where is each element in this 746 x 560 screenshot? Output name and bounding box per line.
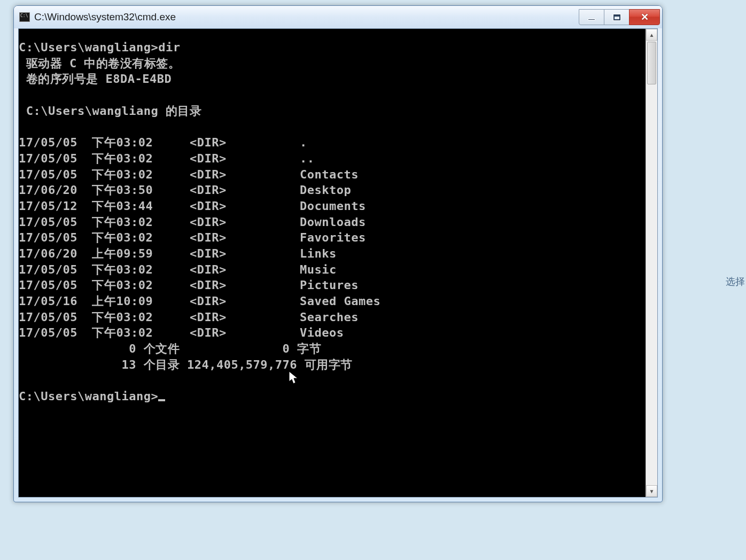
client-area: C:\Users\wangliang>dir 驱动器 C 中的卷没有标签。 卷的… [18, 28, 658, 497]
titlebar[interactable]: C:\Windows\system32\cmd.exe ✕ [14, 6, 662, 28]
cmd-icon [19, 12, 30, 22]
scroll-down-button[interactable]: ▼ [646, 485, 657, 497]
window-title: C:\Windows\system32\cmd.exe [34, 11, 579, 23]
background-text: 选择 [726, 275, 745, 288]
close-icon: ✕ [641, 11, 649, 23]
minimize-button[interactable] [579, 9, 604, 25]
text-cursor [158, 399, 165, 401]
minimize-icon [588, 19, 595, 20]
scroll-track[interactable] [646, 41, 657, 485]
console-output[interactable]: C:\Users\wangliang>dir 驱动器 C 中的卷没有标签。 卷的… [19, 29, 646, 497]
cmd-window: C:\Windows\system32\cmd.exe ✕ C:\Users\w… [13, 5, 663, 502]
close-button[interactable]: ✕ [629, 9, 660, 25]
maximize-button[interactable] [604, 9, 630, 25]
scroll-up-button[interactable]: ▲ [646, 29, 657, 41]
scroll-thumb[interactable] [647, 42, 656, 84]
vertical-scrollbar[interactable]: ▲ ▼ [646, 29, 657, 497]
maximize-icon [613, 14, 620, 20]
window-controls: ✕ [579, 9, 660, 25]
